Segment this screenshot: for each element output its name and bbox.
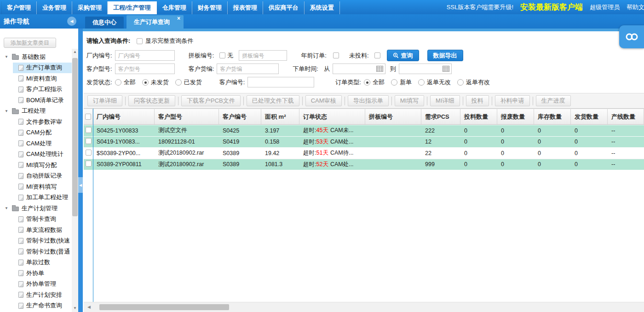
tree-item[interactable]: ▼ 加工单工程处理 [0,192,72,203]
grid-header-cell[interactable]: 投料数量 [460,109,497,124]
grid-header-cell[interactable]: 厂内编号 [93,109,155,124]
toolbar-button[interactable]: CAM审核 [305,95,342,106]
quick-link-button[interactable] [619,25,644,48]
splitter-collapse-handle[interactable]: ◀ [78,177,83,193]
scroll-down-arrow-icon[interactable]: ▼ [72,306,78,310]
current-user-link[interactable]: 超级管理员 [590,3,620,12]
top-nav-tab[interactable]: 客户管理 [1,1,37,14]
close-icon[interactable]: × [177,15,180,22]
workspace-tab[interactable]: 生产订单查询 × [126,15,184,29]
row-checkbox[interactable] [86,150,92,156]
panel-splitter[interactable]: ◀ [78,29,83,312]
calendar-icon[interactable] [443,66,449,72]
order-type-radio[interactable]: 全部 [364,78,385,87]
top-nav-tab[interactable]: 仓库管理 [157,1,192,14]
row-checkbox[interactable] [86,138,92,144]
order-type-radio[interactable]: 新单 [391,78,412,87]
expand-arrow-icon[interactable]: ▼ [5,109,12,113]
top-nav-tab[interactable]: 系统设置 [305,1,340,14]
select-all-checkbox[interactable] [85,114,91,120]
toolbar-button[interactable]: 已处理文件下载 [247,95,299,106]
tree-item[interactable]: ▼ 基础数据 [0,52,72,63]
ship-status-radio[interactable]: 全部 [115,78,136,87]
pre-year-order-checkbox[interactable] [333,52,339,58]
scroll-up-arrow-icon[interactable]: ▲ [72,50,78,54]
tree-item[interactable]: ▼ 管制卡过数(普通 [0,246,72,257]
panel-no-input[interactable] [239,50,287,61]
export-data-button[interactable]: 数据导出 [427,50,463,61]
table-row[interactable]: S0389-2YP00811 测试20180902.rar S0389 1081… [84,159,644,171]
sidebar-scrollbar-thumb[interactable] [72,58,78,216]
tree-item[interactable]: ▼ 文件参数评审 [0,116,72,127]
search-button[interactable]: 查询 [387,50,419,61]
expand-arrow-icon[interactable]: ▼ [5,206,12,210]
toolbar-button[interactable]: 订单详细 [87,95,122,106]
tree-item[interactable]: ▼ CAM处理 [0,138,72,149]
sidebar-collapse-button[interactable]: ◀ [67,17,76,26]
table-row[interactable]: $S0389-2YP00... 测试20180902.rar S0389 19.… [84,148,644,159]
grid-header-cell[interactable]: 发货数量 [571,109,608,124]
order-type-radio[interactable]: 返单有改 [457,78,490,87]
scroll-left-arrow-icon[interactable]: ◀ [87,305,91,309]
tree-item[interactable]: ▼ 管制卡过数(快速 [0,236,72,247]
grid-header-cell[interactable]: 客户型号 [155,109,219,124]
row-checkbox[interactable] [86,127,92,133]
calendar-icon[interactable] [376,66,383,72]
row-checkbox[interactable] [86,161,92,167]
install-client-link[interactable]: 安装最新版客户端 [520,2,583,12]
tree-item[interactable]: ▼ CAM分配 [0,127,72,139]
tree-item[interactable]: ▼ BOM清单记录 [0,95,72,106]
tree-item[interactable]: ▼ MI资料查询 [0,73,72,84]
top-nav-tab[interactable]: 业务管理 [37,1,72,14]
tree-item[interactable]: ▼ CAM处理统计 [0,149,72,160]
customer-code-input[interactable] [217,64,279,74]
tree-item[interactable]: ▼ 客户工程指示 [0,84,72,95]
expand-arrow-icon[interactable]: ▼ [5,55,12,59]
toolbar-button[interactable]: 生产进度 [536,95,571,106]
grid-header-cell[interactable]: 订单状态 [299,109,365,124]
tree-item[interactable]: ▼ 外协单 [0,268,72,279]
order-type-radio[interactable]: 返单无改 [418,78,451,87]
add-category-button[interactable]: 添加新文章类目 [4,38,56,48]
tree-item[interactable]: ▼ MI资料填写 [0,181,72,192]
tree-item[interactable]: ▼ 生产命书查询 [0,300,72,312]
tree-item[interactable]: ▼ MI填写分配 [0,160,72,171]
workspace-tab[interactable]: 信息中心 × [85,17,124,29]
ship-status-radio[interactable]: 已发货 [175,78,202,87]
grid-header-cell[interactable]: 产线数量 [608,109,644,124]
toolbar-button[interactable]: 导出指示单 [348,95,389,106]
horizontal-scrollbar-thumb[interactable] [99,304,229,310]
tree-item[interactable]: ▼ 工程处理 [0,106,72,117]
full-conditions-checkbox[interactable] [137,38,143,44]
factory-no-input[interactable] [115,50,175,61]
toolbar-button[interactable]: 下载客户PCB文件 [181,95,241,106]
tree-item[interactable]: ▼ 生产计划管理 [0,203,72,214]
top-nav-tab[interactable]: 采购管理 [72,1,108,14]
panel-none-checkbox[interactable] [219,52,225,58]
not-fed-checkbox[interactable] [374,52,380,58]
toolbar-button[interactable]: 投料 [466,95,489,106]
grid-header-cell[interactable]: 客户编号 [219,109,261,124]
customer-no-input[interactable] [247,77,314,87]
sidebar-scrollbar[interactable]: ▲ ▼ [72,49,78,312]
top-nav-tab[interactable]: 财务管理 [192,1,228,14]
tree-item[interactable]: ▼ 生产计划安排 [0,289,72,300]
tree-item[interactable]: ▼ 单支流程数据 [0,225,72,236]
grid-header-cell[interactable]: 报废数量 [497,109,534,124]
grid-header-cell[interactable]: 面积 m² [261,109,299,124]
top-nav-tab[interactable]: 工程/生产管理 [108,1,157,14]
tree-item[interactable]: ▼ 生产订单查询 [0,63,72,74]
toolbar-button[interactable]: 补料申请 [495,95,530,106]
top-nav-tab[interactable]: 报表管理 [228,1,263,14]
grid-header-cell[interactable]: 需求PCS [421,109,460,124]
table-row[interactable]: S0425-1Y00833 测试空文件 S0425 3.197 超时:45天CA… [84,125,644,137]
grid-header-cell[interactable]: 库存数量 [534,109,571,124]
tree-item[interactable]: ▼ 自动拼版记录 [0,171,72,182]
table-row[interactable]: S0419-1Y0083... 180921128-01 S0419 0.158… [84,137,644,148]
tree-item[interactable]: ▼ 外协单管理 [0,279,72,290]
toolbar-button[interactable]: MI填写 [395,95,424,106]
grid-header-cell[interactable]: 拼板编号 [365,109,421,124]
top-nav-tab[interactable]: 供应商平台 [263,1,305,14]
horizontal-scrollbar[interactable]: ◀ [84,302,644,312]
tree-item[interactable]: ▼ 管制卡查询 [0,214,72,225]
